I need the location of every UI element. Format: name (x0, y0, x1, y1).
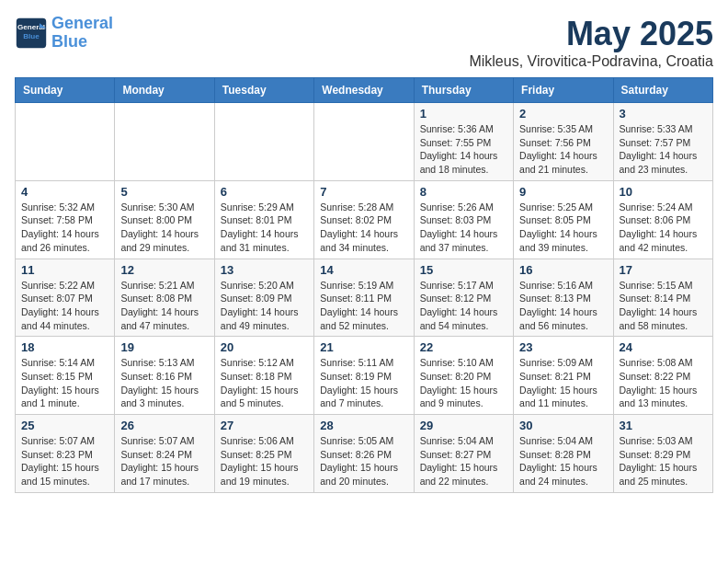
calendar-cell (115, 103, 214, 181)
calendar-cell: 25Sunrise: 5:07 AM Sunset: 8:23 PM Dayli… (16, 415, 115, 493)
day-info: Sunrise: 5:22 AM Sunset: 8:07 PM Dayligh… (21, 279, 108, 333)
month-title: May 2025 (469, 15, 713, 53)
calendar-cell: 14Sunrise: 5:19 AM Sunset: 8:11 PM Dayli… (314, 259, 414, 337)
day-info: Sunrise: 5:16 AM Sunset: 8:13 PM Dayligh… (519, 279, 607, 333)
page-header: General Blue General Blue May 2025 Mikle… (15, 15, 713, 70)
day-number: 3 (620, 107, 707, 121)
calendar-cell: 1Sunrise: 5:36 AM Sunset: 7:55 PM Daylig… (414, 103, 513, 181)
day-number: 18 (21, 340, 108, 354)
calendar-cell: 6Sunrise: 5:29 AM Sunset: 8:01 PM Daylig… (214, 180, 313, 259)
day-info: Sunrise: 5:29 AM Sunset: 8:01 PM Dayligh… (221, 201, 308, 255)
day-number: 5 (120, 185, 208, 199)
calendar-cell (314, 103, 414, 181)
week-row-4: 18Sunrise: 5:14 AM Sunset: 8:15 PM Dayli… (16, 337, 713, 415)
day-info: Sunrise: 5:12 AM Sunset: 8:18 PM Dayligh… (221, 356, 308, 410)
week-row-1: 1Sunrise: 5:36 AM Sunset: 7:55 PM Daylig… (16, 103, 713, 181)
header-friday: Friday (514, 78, 613, 103)
calendar-cell: 2Sunrise: 5:35 AM Sunset: 7:56 PM Daylig… (514, 103, 613, 181)
calendar-cell: 22Sunrise: 5:10 AM Sunset: 8:20 PM Dayli… (414, 337, 513, 415)
day-info: Sunrise: 5:05 AM Sunset: 8:26 PM Dayligh… (320, 434, 407, 488)
logo-icon: General Blue (15, 17, 48, 50)
day-number: 24 (620, 340, 707, 354)
day-number: 28 (320, 419, 407, 432)
calendar-cell: 3Sunrise: 5:33 AM Sunset: 7:57 PM Daylig… (613, 103, 712, 181)
header-saturday: Saturday (613, 78, 712, 103)
calendar-cell: 23Sunrise: 5:09 AM Sunset: 8:21 PM Dayli… (514, 337, 613, 415)
calendar-cell: 27Sunrise: 5:06 AM Sunset: 8:25 PM Dayli… (214, 415, 313, 493)
header-monday: Monday (115, 78, 214, 103)
day-info: Sunrise: 5:07 AM Sunset: 8:23 PM Dayligh… (21, 434, 108, 488)
calendar-cell: 8Sunrise: 5:26 AM Sunset: 8:03 PM Daylig… (414, 180, 513, 259)
calendar-header-row: SundayMondayTuesdayWednesdayThursdayFrid… (16, 78, 713, 103)
day-info: Sunrise: 5:26 AM Sunset: 8:03 PM Dayligh… (420, 201, 507, 255)
header-tuesday: Tuesday (214, 78, 313, 103)
calendar-cell: 17Sunrise: 5:15 AM Sunset: 8:14 PM Dayli… (613, 259, 712, 337)
location-title: Mikleus, Virovitica-Podravina, Croatia (469, 53, 713, 70)
calendar-cell: 24Sunrise: 5:08 AM Sunset: 8:22 PM Dayli… (613, 337, 712, 415)
day-number: 26 (120, 419, 208, 432)
calendar-cell (214, 103, 313, 181)
day-number: 12 (120, 263, 208, 277)
day-number: 11 (21, 263, 108, 277)
title-area: May 2025 Mikleus, Virovitica-Podravina, … (469, 15, 713, 70)
calendar-cell (16, 103, 115, 181)
day-info: Sunrise: 5:13 AM Sunset: 8:16 PM Dayligh… (120, 356, 208, 410)
calendar-table: SundayMondayTuesdayWednesdayThursdayFrid… (15, 77, 713, 493)
calendar-cell: 7Sunrise: 5:28 AM Sunset: 8:02 PM Daylig… (314, 180, 414, 259)
week-row-5: 25Sunrise: 5:07 AM Sunset: 8:23 PM Dayli… (16, 415, 713, 493)
calendar-cell: 18Sunrise: 5:14 AM Sunset: 8:15 PM Dayli… (16, 337, 115, 415)
calendar-cell: 12Sunrise: 5:21 AM Sunset: 8:08 PM Dayli… (115, 259, 214, 337)
calendar-cell: 31Sunrise: 5:03 AM Sunset: 8:29 PM Dayli… (613, 415, 712, 493)
calendar-cell: 5Sunrise: 5:30 AM Sunset: 8:00 PM Daylig… (115, 180, 214, 259)
day-number: 9 (519, 185, 607, 199)
day-info: Sunrise: 5:14 AM Sunset: 8:15 PM Dayligh… (21, 356, 108, 410)
day-info: Sunrise: 5:25 AM Sunset: 8:05 PM Dayligh… (519, 201, 607, 255)
day-info: Sunrise: 5:30 AM Sunset: 8:00 PM Dayligh… (120, 201, 208, 255)
day-info: Sunrise: 5:36 AM Sunset: 7:55 PM Dayligh… (420, 122, 507, 177)
day-info: Sunrise: 5:06 AM Sunset: 8:25 PM Dayligh… (221, 434, 308, 488)
calendar-cell: 13Sunrise: 5:20 AM Sunset: 8:09 PM Dayli… (214, 259, 313, 337)
calendar-cell: 16Sunrise: 5:16 AM Sunset: 8:13 PM Dayli… (514, 259, 613, 337)
day-number: 23 (519, 340, 607, 354)
calendar-cell: 26Sunrise: 5:07 AM Sunset: 8:24 PM Dayli… (115, 415, 214, 493)
day-number: 21 (320, 340, 407, 354)
day-info: Sunrise: 5:35 AM Sunset: 7:56 PM Dayligh… (519, 122, 607, 177)
calendar-cell: 15Sunrise: 5:17 AM Sunset: 8:12 PM Dayli… (414, 259, 513, 337)
day-number: 7 (320, 185, 407, 199)
day-info: Sunrise: 5:20 AM Sunset: 8:09 PM Dayligh… (221, 279, 308, 333)
day-info: Sunrise: 5:17 AM Sunset: 8:12 PM Dayligh… (420, 279, 507, 333)
header-thursday: Thursday (414, 78, 513, 103)
calendar-cell: 29Sunrise: 5:04 AM Sunset: 8:27 PM Dayli… (414, 415, 513, 493)
day-info: Sunrise: 5:10 AM Sunset: 8:20 PM Dayligh… (420, 356, 507, 410)
day-number: 14 (320, 263, 407, 277)
day-number: 13 (221, 263, 308, 277)
day-info: Sunrise: 5:07 AM Sunset: 8:24 PM Dayligh… (120, 434, 208, 488)
day-number: 22 (420, 340, 507, 354)
logo: General Blue General Blue (15, 15, 113, 52)
week-row-2: 4Sunrise: 5:32 AM Sunset: 7:58 PM Daylig… (16, 180, 713, 259)
calendar-cell: 9Sunrise: 5:25 AM Sunset: 8:05 PM Daylig… (514, 180, 613, 259)
day-number: 10 (620, 185, 707, 199)
day-number: 17 (620, 263, 707, 277)
calendar-cell: 21Sunrise: 5:11 AM Sunset: 8:19 PM Dayli… (314, 337, 414, 415)
calendar-cell: 4Sunrise: 5:32 AM Sunset: 7:58 PM Daylig… (16, 180, 115, 259)
calendar-cell: 20Sunrise: 5:12 AM Sunset: 8:18 PM Dayli… (214, 337, 313, 415)
day-info: Sunrise: 5:04 AM Sunset: 8:27 PM Dayligh… (420, 434, 507, 488)
day-number: 1 (420, 107, 507, 121)
day-number: 31 (620, 419, 707, 432)
day-info: Sunrise: 5:28 AM Sunset: 8:02 PM Dayligh… (320, 201, 407, 255)
day-info: Sunrise: 5:11 AM Sunset: 8:19 PM Dayligh… (320, 356, 407, 410)
day-info: Sunrise: 5:32 AM Sunset: 7:58 PM Dayligh… (21, 201, 108, 255)
calendar-cell: 10Sunrise: 5:24 AM Sunset: 8:06 PM Dayli… (613, 180, 712, 259)
day-info: Sunrise: 5:09 AM Sunset: 8:21 PM Dayligh… (519, 356, 607, 410)
day-number: 29 (420, 419, 507, 432)
day-info: Sunrise: 5:08 AM Sunset: 8:22 PM Dayligh… (620, 356, 707, 410)
day-number: 15 (420, 263, 507, 277)
day-info: Sunrise: 5:24 AM Sunset: 8:06 PM Dayligh… (620, 201, 707, 255)
day-info: Sunrise: 5:15 AM Sunset: 8:14 PM Dayligh… (620, 279, 707, 333)
calendar-cell: 28Sunrise: 5:05 AM Sunset: 8:26 PM Dayli… (314, 415, 414, 493)
day-number: 6 (221, 185, 308, 199)
day-number: 30 (519, 419, 607, 432)
header-wednesday: Wednesday (314, 78, 414, 103)
calendar-cell: 11Sunrise: 5:22 AM Sunset: 8:07 PM Dayli… (16, 259, 115, 337)
